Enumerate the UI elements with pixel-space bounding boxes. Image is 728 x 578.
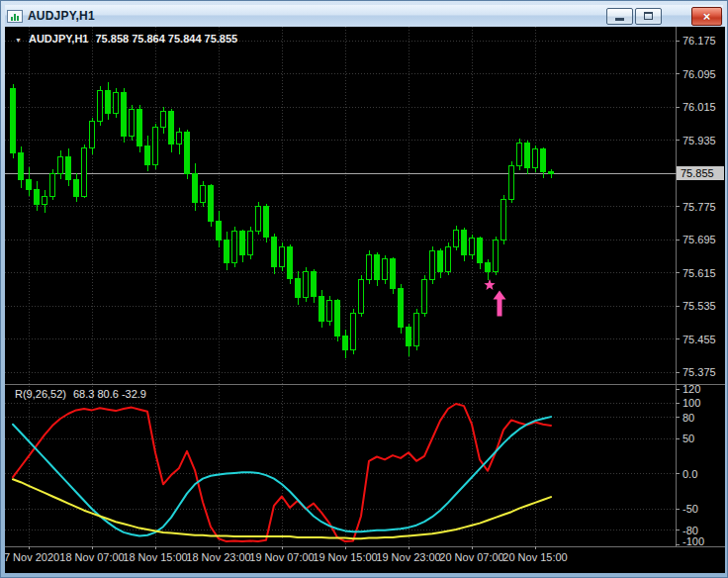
candle-body	[185, 132, 190, 173]
candle-body	[272, 238, 277, 266]
candle-body	[201, 186, 206, 203]
candle-body	[509, 166, 514, 200]
window-title: AUDJPY,H1	[28, 9, 95, 23]
buy-arrow-marker	[494, 291, 506, 317]
candle-body	[414, 313, 419, 346]
chart-canvas[interactable]: 76.17576.09576.01575.93575.85575.77575.6…	[5, 27, 725, 573]
candle-body	[517, 143, 522, 165]
indicator-axis-label: 50	[682, 433, 694, 444]
price-axis-label: 76.015	[682, 101, 716, 113]
price-axis-label: 75.455	[682, 334, 716, 345]
current-price-badge-label: 75.855	[681, 167, 714, 179]
candle-body	[177, 132, 182, 144]
candle-body	[82, 148, 87, 196]
window-titlebar[interactable]: AUDJPY,H1 ×	[5, 5, 723, 27]
candle-body	[335, 301, 340, 337]
time-axis-label: 20 Nov 15:00	[502, 551, 567, 563]
candle-body	[161, 111, 166, 128]
time-axis-label: 19 Nov 15:00	[313, 551, 377, 563]
candle-body	[478, 239, 483, 263]
candle-body	[74, 179, 79, 196]
candle-body	[501, 199, 506, 241]
time-axis-label: 19 Nov 07:00	[249, 551, 314, 563]
chart-window: AUDJPY,H1 × 76.17576.09576.01575.93575.8…	[0, 0, 728, 578]
candle-body	[217, 221, 222, 240]
candle-body	[137, 109, 142, 146]
candle-body	[383, 259, 388, 280]
restore-icon	[644, 12, 653, 20]
close-button[interactable]: ×	[691, 7, 722, 26]
candle-body	[43, 196, 47, 204]
candle-body	[541, 149, 546, 172]
candle-body	[533, 149, 538, 168]
indicator-axis-label: -100	[682, 535, 704, 547]
candle-body	[209, 186, 214, 222]
candle-body	[494, 241, 499, 271]
time-axis-label: 17 Nov 2020	[5, 551, 59, 563]
indicator-axis-label: 120	[682, 383, 700, 395]
candle-body	[240, 232, 245, 255]
candle-body	[288, 246, 293, 279]
candle-body	[446, 246, 451, 271]
indicator-axis-label: 0.0	[682, 468, 697, 480]
price-axis-label: 75.935	[682, 135, 716, 146]
candle-body	[359, 280, 364, 314]
candle-body	[525, 143, 530, 167]
candle-body	[19, 152, 24, 179]
candle-body	[27, 179, 32, 190]
price-axis-label: 75.695	[682, 234, 716, 245]
candle-body	[407, 328, 411, 346]
candle-body	[351, 313, 356, 350]
buy-star-marker	[484, 279, 495, 290]
candle-body	[391, 259, 396, 288]
time-axis-label: 19 Nov 23:00	[376, 551, 440, 563]
indicator-axis-label: -50	[682, 503, 698, 515]
restore-button[interactable]	[635, 8, 662, 25]
time-axis-label: 18 Nov 23:00	[186, 551, 250, 563]
candle-body	[264, 206, 269, 238]
candle-body	[98, 90, 103, 121]
candle-body	[145, 146, 150, 165]
candle-body	[486, 263, 491, 271]
indicator-axis-label: 100	[682, 397, 700, 409]
candle-body	[193, 173, 198, 202]
indicator-axis-label: 80	[682, 412, 694, 424]
price-axis-label: 75.615	[682, 267, 716, 279]
candle-body	[280, 246, 285, 266]
price-axis-label: 76.095	[682, 68, 716, 80]
candle-body	[319, 296, 324, 321]
candle-body	[114, 92, 119, 113]
candle-body	[256, 206, 261, 231]
time-axis-label: 18 Nov 15:00	[123, 551, 187, 563]
candle-body	[312, 271, 317, 296]
candle-body	[399, 288, 404, 328]
candle-body	[549, 172, 554, 173]
close-icon: ×	[703, 10, 711, 23]
candle-body	[225, 240, 229, 263]
candle-body	[296, 279, 301, 298]
candle-body	[35, 190, 40, 205]
chart-icon-bar	[17, 16, 19, 21]
candle-body	[122, 92, 127, 136]
price-axis-label: 75.775	[682, 201, 716, 213]
candle-body	[327, 301, 332, 322]
candle-body	[66, 156, 71, 179]
price-axis-label: 76.175	[682, 35, 716, 47]
minimize-icon	[615, 18, 624, 21]
candle-body	[470, 239, 475, 255]
candle-body	[232, 232, 237, 263]
minimize-button[interactable]	[606, 8, 633, 25]
candle-body	[454, 230, 459, 246]
time-axis-label: 18 Nov 07:00	[59, 551, 124, 563]
candle-body	[58, 156, 63, 173]
candle-body	[343, 336, 348, 350]
candle-body	[130, 109, 135, 136]
candle-body	[375, 255, 380, 280]
candle-body	[106, 90, 111, 113]
candle-body	[422, 280, 427, 314]
price-axis-label: 75.535	[682, 300, 716, 312]
candle-body	[153, 128, 158, 165]
candle-body	[50, 173, 55, 196]
time-axis-label: 20 Nov 07:00	[439, 551, 503, 563]
indicator-line-cyan	[13, 417, 551, 535]
